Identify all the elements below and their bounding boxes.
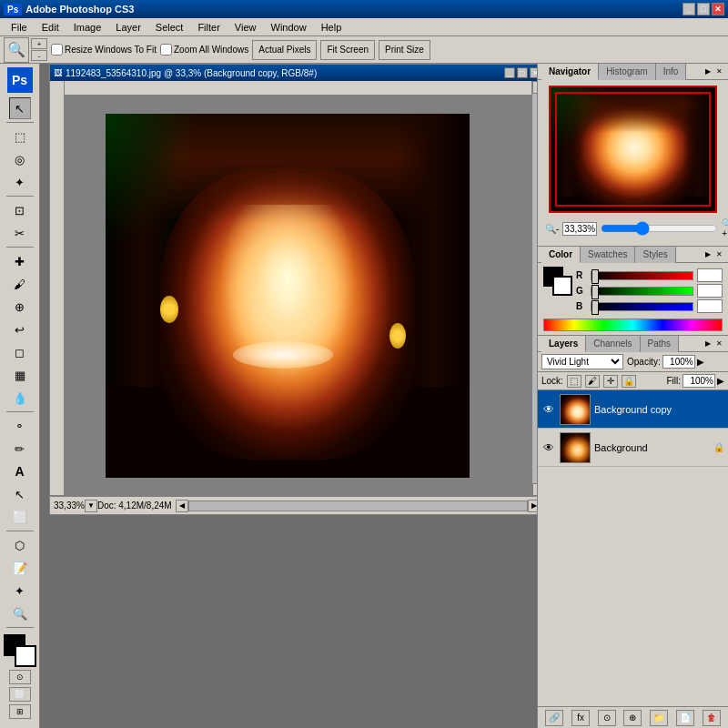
- print-size-btn[interactable]: Print Size: [379, 40, 430, 60]
- menu-edit[interactable]: Edit: [35, 20, 66, 35]
- menu-view[interactable]: View: [228, 20, 264, 35]
- doc-minimize-btn[interactable]: _: [504, 67, 515, 78]
- eyedropper-tool[interactable]: ✦: [9, 580, 31, 602]
- scroll-right-btn[interactable]: ▶: [528, 500, 537, 512]
- layer-folder-btn[interactable]: 📁: [650, 710, 668, 726]
- panel-menu-btn[interactable]: ▶: [703, 66, 713, 77]
- menu-file[interactable]: File: [4, 20, 35, 35]
- tab-paths[interactable]: Paths: [641, 336, 680, 352]
- g-value[interactable]: 0: [697, 284, 723, 298]
- layer-item-background-copy[interactable]: 👁 Background copy: [538, 390, 728, 429]
- eraser-tool[interactable]: ◻: [9, 341, 31, 363]
- layer-item-background[interactable]: 👁 Background 🔒: [538, 429, 728, 467]
- quick-select-tool[interactable]: ✦: [9, 171, 31, 193]
- lasso-tool[interactable]: ◎: [9, 148, 31, 170]
- blue-slider[interactable]: [591, 302, 693, 311]
- edit-mode-btn[interactable]: ⊞: [9, 704, 31, 719]
- blend-mode-select[interactable]: Vivid Light Normal Multiply Screen Overl…: [541, 354, 623, 369]
- crop-tool[interactable]: ⊡: [9, 199, 31, 221]
- minimize-button[interactable]: _: [682, 3, 695, 15]
- history-tool[interactable]: ↩: [9, 318, 31, 340]
- opacity-input[interactable]: [662, 355, 695, 369]
- tab-layers[interactable]: Layers: [541, 336, 586, 352]
- tab-color[interactable]: Color: [541, 247, 581, 263]
- notes-tool[interactable]: 📝: [9, 557, 31, 579]
- move-tool[interactable]: ↖: [9, 97, 31, 119]
- green-slider[interactable]: [591, 287, 693, 296]
- red-thumb[interactable]: [592, 269, 599, 284]
- tab-channels[interactable]: Channels: [586, 336, 640, 352]
- tab-histogram[interactable]: Histogram: [599, 64, 656, 80]
- zoom-tool-btn[interactable]: 🔍: [4, 37, 29, 63]
- scroll-left-btn[interactable]: ◀: [176, 500, 188, 512]
- layers-panel-menu-btn[interactable]: ▶: [703, 338, 713, 349]
- menu-image[interactable]: Image: [66, 20, 109, 35]
- menu-filter[interactable]: Filter: [190, 20, 227, 35]
- scroll-up-btn[interactable]: ▲: [532, 81, 537, 94]
- blue-thumb[interactable]: [592, 300, 599, 315]
- selection-tool[interactable]: ⬚: [9, 126, 31, 147]
- horizontal-scrollbar[interactable]: ◀ ▶: [176, 500, 537, 512]
- layer-mask-btn[interactable]: ⊙: [598, 710, 616, 726]
- background-color[interactable]: [15, 645, 36, 667]
- resize-windows-checkbox[interactable]: [51, 44, 63, 56]
- lock-image-btn[interactable]: 🖌: [585, 375, 600, 388]
- brush-tool[interactable]: 🖌: [9, 273, 31, 295]
- slice-tool[interactable]: ✂: [9, 222, 31, 244]
- blur-tool[interactable]: 💧: [9, 387, 31, 409]
- bg-color-swatch[interactable]: [552, 276, 572, 296]
- color-panel-close-btn[interactable]: ✕: [714, 248, 724, 260]
- healing-tool[interactable]: ✚: [9, 250, 31, 272]
- 3d-tool[interactable]: ⬡: [9, 534, 31, 556]
- doc-window-controls[interactable]: _ □ ✕: [504, 67, 537, 78]
- menu-layer[interactable]: Layer: [108, 20, 148, 35]
- nav-viewport-box[interactable]: [555, 92, 711, 207]
- layers-panel-close-btn[interactable]: ✕: [714, 338, 724, 349]
- layer-adj-btn[interactable]: ⊕: [623, 710, 642, 726]
- layer-fx-btn[interactable]: fx: [571, 710, 590, 726]
- zoom-all-checkbox[interactable]: [160, 44, 172, 56]
- layer-visibility-bg-copy[interactable]: 👁: [541, 402, 556, 417]
- tab-styles[interactable]: Styles: [635, 247, 675, 263]
- screen-mode-btn[interactable]: ⬜: [9, 687, 31, 702]
- zoom-slider[interactable]: [601, 225, 718, 232]
- scroll-track-h[interactable]: [188, 500, 528, 511]
- layer-new-btn[interactable]: 📄: [676, 710, 694, 726]
- scroll-down-btn[interactable]: ▼: [532, 483, 537, 496]
- opacity-arrow[interactable]: ▶: [697, 357, 704, 367]
- quick-mask-btn[interactable]: ⊙: [9, 670, 31, 684]
- tab-info[interactable]: Info: [656, 64, 687, 80]
- path-select-tool[interactable]: ↖: [9, 483, 31, 505]
- zoom-out-icon[interactable]: 🔍-: [545, 224, 559, 234]
- dodge-tool[interactable]: ⚬: [9, 415, 31, 437]
- maximize-button[interactable]: □: [697, 3, 710, 15]
- close-button[interactable]: ✕: [712, 3, 724, 15]
- layer-visibility-bg[interactable]: 👁: [541, 440, 556, 455]
- fill-input[interactable]: [682, 374, 715, 388]
- lock-pixels-btn[interactable]: ⬚: [567, 375, 581, 388]
- b-value[interactable]: 0: [697, 299, 723, 313]
- green-thumb[interactable]: [592, 285, 599, 299]
- menu-window[interactable]: Window: [264, 20, 314, 35]
- color-spectrum[interactable]: [543, 318, 723, 331]
- tab-navigator[interactable]: Navigator: [541, 64, 599, 80]
- fit-screen-btn[interactable]: Fit Screen: [320, 40, 375, 60]
- zoom-in-btn[interactable]: +: [31, 38, 47, 49]
- actual-pixels-btn[interactable]: Actual Pixels: [252, 40, 317, 60]
- gradient-tool[interactable]: ▦: [9, 364, 31, 386]
- vertical-scrollbar[interactable]: ▲ ▼: [531, 81, 537, 496]
- document-canvas[interactable]: [65, 96, 531, 496]
- menu-help[interactable]: Help: [314, 20, 349, 35]
- clone-tool[interactable]: ⊕: [9, 296, 31, 318]
- doc-maximize-btn[interactable]: □: [517, 67, 528, 78]
- text-tool[interactable]: A: [9, 460, 31, 482]
- layer-delete-btn[interactable]: 🗑: [703, 710, 721, 726]
- pen-tool[interactable]: ✏: [9, 438, 31, 460]
- lock-position-btn[interactable]: ✛: [603, 375, 618, 388]
- window-controls[interactable]: _ □ ✕: [682, 3, 724, 15]
- scroll-track-v[interactable]: [532, 94, 537, 483]
- red-slider[interactable]: [591, 271, 693, 280]
- lock-all-btn[interactable]: 🔒: [622, 375, 636, 388]
- doc-close-btn[interactable]: ✕: [530, 67, 537, 78]
- color-panel-menu-btn[interactable]: ▶: [703, 248, 713, 260]
